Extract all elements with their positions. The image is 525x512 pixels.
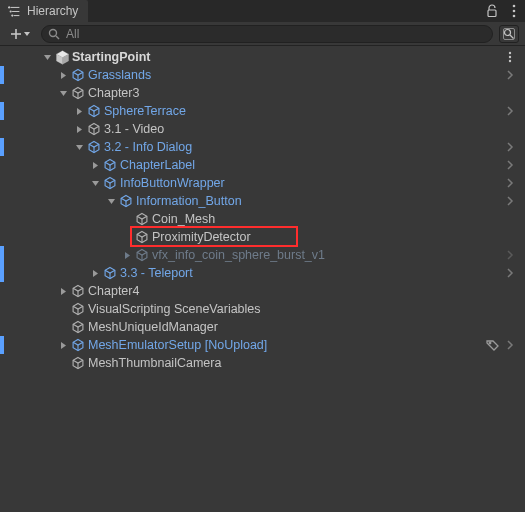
open-prefab-icon[interactable] — [503, 142, 517, 152]
row-label: MeshUniqueIdManager — [88, 320, 218, 334]
tree-row[interactable]: Coin_Mesh — [0, 210, 525, 228]
tree-row[interactable]: 3.3 - Teleport — [0, 264, 525, 282]
hierarchy-list-icon — [8, 5, 21, 18]
override-bar — [0, 66, 4, 84]
row-label: ChapterLabel — [120, 158, 195, 172]
search-field[interactable] — [41, 25, 493, 43]
tree-row[interactable]: Chapter3 — [0, 84, 525, 102]
gameobject-icon — [86, 121, 102, 137]
expand-toggle[interactable] — [72, 104, 86, 118]
open-prefab-icon[interactable] — [503, 340, 517, 350]
expand-toggle[interactable] — [56, 284, 70, 298]
row-label: vfx_info_coin_sphere_burst_v1 — [152, 248, 325, 262]
scene-menu-icon[interactable] — [503, 51, 517, 63]
gameobject-icon — [70, 355, 86, 371]
prefab-icon — [86, 139, 102, 155]
expand-toggle[interactable] — [88, 176, 102, 190]
svg-point-21 — [489, 342, 491, 344]
override-bar — [0, 264, 4, 282]
row-label: 3.3 - Teleport — [120, 266, 193, 280]
open-prefab-icon[interactable] — [503, 70, 517, 80]
gameobject-icon — [70, 319, 86, 335]
prefab-icon — [118, 193, 134, 209]
svg-point-7 — [513, 5, 516, 8]
svg-point-18 — [509, 52, 511, 54]
svg-point-5 — [12, 14, 13, 15]
open-prefab-icon[interactable] — [503, 250, 517, 260]
tab-label: Hierarchy — [27, 4, 78, 18]
tree-row-highlighted[interactable]: ProximityDetector — [0, 228, 525, 246]
tree-row[interactable]: Information_Button — [0, 192, 525, 210]
row-label: 3.1 - Video — [104, 122, 164, 136]
hierarchy-tree: StartingPoint Grasslands — [0, 46, 525, 512]
expand-toggle[interactable] — [88, 158, 102, 172]
tree-row[interactable]: Chapter4 — [0, 282, 525, 300]
override-bar — [0, 336, 4, 354]
expand-toggle[interactable] — [88, 266, 102, 280]
gameobject-icon — [70, 283, 86, 299]
gameobject-icon — [134, 229, 150, 245]
row-label: Chapter4 — [88, 284, 139, 298]
tree-row[interactable]: SphereTerrace — [0, 102, 525, 120]
expand-toggle[interactable] — [120, 248, 134, 262]
search-input[interactable] — [66, 27, 486, 41]
open-prefab-icon[interactable] — [503, 178, 517, 188]
expand-toggle[interactable] — [56, 338, 70, 352]
tree-row[interactable]: MeshEmulatorSetup [NoUpload] — [0, 336, 525, 354]
open-prefab-icon[interactable] — [503, 160, 517, 170]
prefab-icon — [102, 175, 118, 191]
tree-row[interactable]: ChapterLabel — [0, 156, 525, 174]
svg-point-4 — [10, 10, 11, 11]
tree-row[interactable]: Grasslands — [0, 66, 525, 84]
expand-toggle[interactable] — [72, 140, 86, 154]
gameobject-icon — [70, 301, 86, 317]
open-prefab-icon[interactable] — [503, 268, 517, 278]
row-label: Coin_Mesh — [152, 212, 215, 226]
lock-icon[interactable] — [481, 0, 503, 22]
expand-toggle[interactable] — [72, 122, 86, 136]
gameobject-icon — [70, 85, 86, 101]
scene-filter-icon — [503, 28, 515, 40]
override-bar — [0, 246, 4, 264]
prefab-icon — [86, 103, 102, 119]
panel-menu-icon[interactable] — [503, 0, 525, 22]
prefab-icon — [134, 247, 150, 263]
svg-point-8 — [513, 10, 516, 13]
create-button[interactable] — [6, 26, 35, 42]
dropdown-caret-icon — [23, 30, 31, 38]
tree-row[interactable]: MeshUniqueIdManager — [0, 318, 525, 336]
expand-toggle[interactable] — [40, 50, 54, 64]
search-mode-button[interactable] — [499, 25, 519, 43]
tab-bar: Hierarchy — [0, 0, 525, 22]
override-bar — [0, 102, 4, 120]
row-label: StartingPoint — [72, 50, 150, 64]
prefab-icon — [70, 67, 86, 83]
tree-row[interactable]: MeshThumbnailCamera — [0, 354, 525, 372]
row-label: InfoButtonWrapper — [120, 176, 225, 190]
prefab-icon — [102, 157, 118, 173]
svg-rect-6 — [488, 10, 496, 17]
svg-point-3 — [8, 6, 9, 7]
open-prefab-icon[interactable] — [503, 106, 517, 116]
tree-row[interactable]: 3.2 - Info Dialog — [0, 138, 525, 156]
tree-row[interactable]: vfx_info_coin_sphere_burst_v1 — [0, 246, 525, 264]
svg-point-12 — [50, 29, 57, 36]
open-prefab-icon[interactable] — [503, 196, 517, 206]
prefab-icon — [102, 265, 118, 281]
expand-toggle[interactable] — [56, 68, 70, 82]
tree-row-scene-root[interactable]: StartingPoint — [0, 48, 525, 66]
expand-toggle[interactable] — [56, 86, 70, 100]
row-label: SphereTerrace — [104, 104, 186, 118]
row-label: Information_Button — [136, 194, 242, 208]
hierarchy-tab[interactable]: Hierarchy — [0, 0, 88, 22]
row-label: Grasslands — [88, 68, 151, 82]
tree-row[interactable]: 3.1 - Video — [0, 120, 525, 138]
prefab-icon — [70, 337, 86, 353]
tree-row[interactable]: InfoButtonWrapper — [0, 174, 525, 192]
svg-point-20 — [509, 60, 511, 62]
svg-point-19 — [509, 56, 511, 58]
expand-toggle[interactable] — [104, 194, 118, 208]
row-label: 3.2 - Info Dialog — [104, 140, 192, 154]
row-label: VisualScripting SceneVariables — [88, 302, 261, 316]
tree-row[interactable]: VisualScripting SceneVariables — [0, 300, 525, 318]
